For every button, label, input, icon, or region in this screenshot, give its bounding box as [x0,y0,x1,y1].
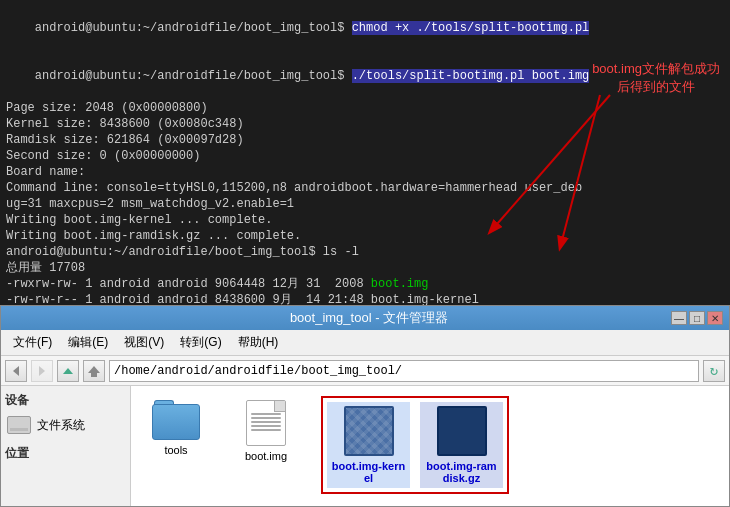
cmd1: chmod +x ./tools/split-bootimg.pl [352,21,590,35]
file-label-ramdisk: boot.img-ramdisk.gz [424,460,499,484]
fm-toolbar: ↻ [1,356,729,386]
home-button[interactable] [83,360,105,382]
fm-title: boot_img_tool - 文件管理器 [67,309,671,327]
disk-icon [7,416,31,434]
terminal-line: 总用量 17708 [6,260,724,276]
up-button[interactable] [57,360,79,382]
folder-icon-tools [152,400,200,440]
terminal-line: android@ubuntu:~/androidfile/boot_img_to… [6,244,724,260]
folder-body [152,404,200,440]
file-item-kernel[interactable]: boot.img-kernel [327,402,410,488]
file-item-ramdisk[interactable]: boot.img-ramdisk.gz [420,402,503,488]
doc-icon-bootimg [246,400,286,446]
terminal-line: Board name: [6,164,724,180]
terminal: android@ubuntu:~/androidfile/boot_img_to… [0,0,730,310]
terminal-line: Page size: 2048 (0x00000800) [6,100,724,116]
menu-edit[interactable]: 编辑(E) [60,332,116,353]
terminal-line: android@ubuntu:~/androidfile/boot_img_to… [6,4,724,52]
fm-sidebar: 设备 文件系统 位置 [1,386,131,506]
file-item-tools[interactable]: tools [141,396,211,460]
file-label-bootimg: boot.img [245,450,287,462]
kernel-icon [344,406,394,456]
fm-main: tools boot.img [131,386,729,506]
menu-help[interactable]: 帮助(H) [230,332,287,353]
doc-line [251,425,281,427]
file-item-bootimg[interactable]: boot.img [231,396,301,466]
terminal-line: Writing boot.img-kernel ... complete. [6,212,724,228]
file-label-tools: tools [164,444,187,456]
terminal-line: Kernel size: 8438600 (0x0080c348) [6,116,724,132]
svg-marker-6 [63,368,73,374]
forward-button[interactable] [31,360,53,382]
back-button[interactable] [5,360,27,382]
svg-marker-7 [88,366,100,377]
svg-marker-5 [39,366,45,376]
terminal-line: Writing boot.img-ramdisk.gz ... complete… [6,228,724,244]
sidebar-item-filesystem[interactable]: 文件系统 [5,413,126,437]
doc-line [251,413,281,415]
close-button[interactable]: ✕ [707,311,723,325]
annotation-text: boot.img文件解包成功后得到的文件 [592,60,720,96]
cmd2: ./tools/split-bootimg.pl boot.img [352,69,590,83]
address-bar[interactable] [109,360,699,382]
doc-lines [251,413,281,433]
prompt2: android@ubuntu:~/androidfile/boot_img_to… [35,69,352,83]
terminal-line: Second size: 0 (0x00000000) [6,148,724,164]
sidebar-location-title: 位置 [5,445,126,462]
svg-marker-4 [13,366,19,376]
fm-body: 设备 文件系统 位置 tools [1,386,729,506]
ramdisk-icon [437,406,487,456]
doc-line [251,417,281,419]
doc-line [251,429,281,431]
terminal-line: ug=31 maxcpus=2 msm_watchdog_v2.enable=1 [6,196,724,212]
sidebar-filesystem-label: 文件系统 [37,417,85,434]
fm-titlebar: boot_img_tool - 文件管理器 — □ ✕ [1,306,729,330]
maximize-button[interactable]: □ [689,311,705,325]
minimize-button[interactable]: — [671,311,687,325]
fm-menubar: 文件(F) 编辑(E) 视图(V) 转到(G) 帮助(H) [1,330,729,356]
prompt: android@ubuntu:~/androidfile/boot_img_to… [35,21,352,35]
fm-window-controls: — □ ✕ [671,311,723,325]
refresh-button[interactable]: ↻ [703,360,725,382]
file-manager: boot_img_tool - 文件管理器 — □ ✕ 文件(F) 编辑(E) … [0,305,730,507]
menu-file[interactable]: 文件(F) [5,332,60,353]
doc-line [251,421,281,423]
menu-goto[interactable]: 转到(G) [172,332,229,353]
terminal-line: Ramdisk size: 621864 (0x00097d28) [6,132,724,148]
terminal-line: -rwxrw-rw- 1 android android 9064448 12月… [6,276,724,292]
selected-files-group: boot.img-kernel boot.img-ramdisk.gz [321,396,509,494]
sidebar-device-title: 设备 [5,392,126,409]
file-label-kernel: boot.img-kernel [331,460,406,484]
terminal-line: Command line: console=ttyHSL0,115200,n8 … [6,180,724,196]
menu-view[interactable]: 视图(V) [116,332,172,353]
